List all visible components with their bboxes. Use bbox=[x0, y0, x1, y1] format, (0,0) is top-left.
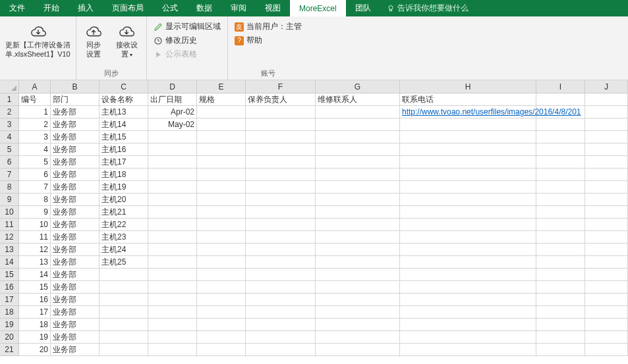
cell[interactable] bbox=[585, 231, 628, 244]
cell[interactable] bbox=[197, 194, 246, 206]
history-button[interactable]: 修改历史 bbox=[152, 34, 222, 47]
cell[interactable]: 业务部 bbox=[51, 219, 100, 231]
cell[interactable] bbox=[246, 319, 316, 331]
cell[interactable]: 业务部 bbox=[51, 256, 100, 269]
cell[interactable]: 主机17 bbox=[100, 156, 148, 169]
cell[interactable] bbox=[197, 306, 246, 319]
cell[interactable] bbox=[536, 194, 585, 206]
update-workbook-button[interactable]: 更新【工作簿设备清单.xlsxSheet1】V10 bbox=[5, 19, 71, 59]
cell[interactable]: 10 bbox=[19, 219, 51, 231]
cell[interactable]: 主机23 bbox=[100, 231, 148, 244]
cell[interactable] bbox=[197, 244, 246, 256]
cell[interactable] bbox=[197, 269, 246, 281]
cell[interactable] bbox=[316, 269, 400, 281]
cell[interactable] bbox=[197, 181, 246, 194]
cell[interactable] bbox=[197, 281, 246, 294]
cell[interactable]: 业务部 bbox=[51, 319, 100, 331]
cell[interactable] bbox=[316, 219, 400, 231]
cell[interactable] bbox=[536, 281, 585, 294]
row-header-16[interactable]: 16 bbox=[0, 281, 19, 294]
cell[interactable] bbox=[316, 169, 400, 181]
cell[interactable] bbox=[246, 143, 316, 156]
publish-table-button[interactable]: 公示表格 bbox=[152, 48, 222, 61]
cell[interactable] bbox=[316, 244, 400, 256]
cell[interactable] bbox=[536, 331, 585, 344]
cell[interactable]: May-02 bbox=[148, 118, 197, 131]
cell[interactable] bbox=[400, 344, 536, 356]
cell[interactable] bbox=[585, 143, 628, 156]
cell[interactable] bbox=[316, 231, 400, 244]
col-header-H[interactable]: H bbox=[400, 80, 536, 93]
cell[interactable] bbox=[316, 206, 400, 219]
cell[interactable] bbox=[536, 319, 585, 331]
row-header-14[interactable]: 14 bbox=[0, 256, 19, 269]
tab-view[interactable]: 视图 bbox=[256, 0, 290, 16]
tab-file[interactable]: 文件 bbox=[0, 0, 34, 16]
cell[interactable] bbox=[197, 143, 246, 156]
cell[interactable]: 业务部 bbox=[51, 344, 100, 356]
cell[interactable]: 业务部 bbox=[51, 206, 100, 219]
cell[interactable] bbox=[316, 156, 400, 169]
cell[interactable] bbox=[246, 169, 316, 181]
row-header-12[interactable]: 12 bbox=[0, 231, 19, 244]
cell-grid[interactable]: 编号部门设备名称出厂日期规格保养负责人维修联系人联系电话1业务部主机13Apr-… bbox=[19, 93, 628, 356]
cell[interactable]: 15 bbox=[19, 281, 51, 294]
cell[interactable]: 17 bbox=[19, 306, 51, 319]
cell[interactable] bbox=[585, 256, 628, 269]
cell[interactable] bbox=[316, 118, 400, 131]
tab-page-layout[interactable]: 页面布局 bbox=[103, 0, 153, 16]
cell[interactable] bbox=[536, 344, 585, 356]
cell[interactable]: 主机24 bbox=[100, 244, 148, 256]
cell[interactable] bbox=[585, 131, 628, 143]
cell[interactable]: 主机19 bbox=[100, 181, 148, 194]
col-header-J[interactable]: J bbox=[585, 80, 628, 93]
row-header-10[interactable]: 10 bbox=[0, 206, 19, 219]
cell[interactable]: 业务部 bbox=[51, 106, 100, 118]
cell[interactable]: 设备名称 bbox=[100, 93, 148, 106]
cell[interactable] bbox=[536, 306, 585, 319]
cell[interactable] bbox=[316, 106, 400, 118]
cell[interactable] bbox=[585, 194, 628, 206]
cell[interactable] bbox=[148, 244, 197, 256]
col-header-G[interactable]: G bbox=[316, 80, 400, 93]
cell[interactable] bbox=[148, 319, 197, 331]
cell[interactable] bbox=[316, 143, 400, 156]
cell[interactable] bbox=[148, 231, 197, 244]
cell[interactable] bbox=[316, 294, 400, 306]
cell[interactable]: 业务部 bbox=[51, 231, 100, 244]
cell[interactable] bbox=[100, 269, 148, 281]
cell[interactable]: 编号 bbox=[19, 93, 51, 106]
cell[interactable]: 规格 bbox=[197, 93, 246, 106]
cell[interactable]: 联系电话 bbox=[400, 93, 536, 106]
cell[interactable]: 主机16 bbox=[100, 143, 148, 156]
cell[interactable]: 业务部 bbox=[51, 169, 100, 181]
cell[interactable] bbox=[197, 294, 246, 306]
cell[interactable] bbox=[400, 256, 536, 269]
cell[interactable] bbox=[585, 306, 628, 319]
cell[interactable]: 出厂日期 bbox=[148, 93, 197, 106]
cell[interactable] bbox=[148, 181, 197, 194]
cell[interactable] bbox=[100, 344, 148, 356]
cell[interactable] bbox=[197, 156, 246, 169]
cell[interactable]: 业务部 bbox=[51, 181, 100, 194]
cell[interactable] bbox=[536, 231, 585, 244]
cell[interactable] bbox=[197, 206, 246, 219]
row-header-2[interactable]: 2 bbox=[0, 106, 19, 118]
row-header-3[interactable]: 3 bbox=[0, 118, 19, 131]
row-header-21[interactable]: 21 bbox=[0, 344, 19, 356]
cell[interactable] bbox=[148, 143, 197, 156]
cell[interactable]: 7 bbox=[19, 181, 51, 194]
cell[interactable] bbox=[148, 194, 197, 206]
cell[interactable] bbox=[148, 269, 197, 281]
cell[interactable]: 保养负责人 bbox=[246, 93, 316, 106]
cell[interactable]: 业务部 bbox=[51, 331, 100, 344]
tab-data[interactable]: 数据 bbox=[187, 0, 221, 16]
row-header-9[interactable]: 9 bbox=[0, 194, 19, 206]
cell[interactable] bbox=[585, 181, 628, 194]
cell[interactable] bbox=[246, 181, 316, 194]
row-header-15[interactable]: 15 bbox=[0, 269, 19, 281]
cell[interactable] bbox=[536, 219, 585, 231]
cell[interactable] bbox=[585, 294, 628, 306]
cell[interactable] bbox=[585, 219, 628, 231]
cell[interactable] bbox=[246, 131, 316, 143]
